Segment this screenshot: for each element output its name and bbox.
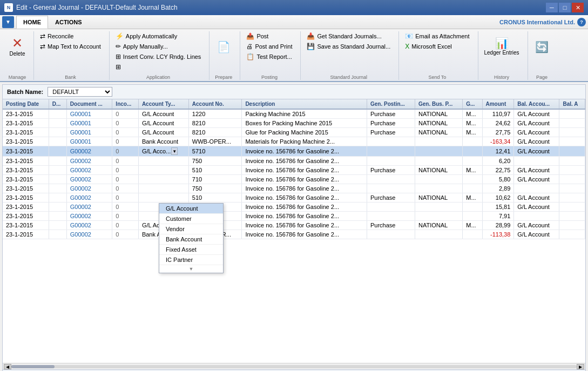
document-link[interactable]: G00001 xyxy=(70,129,91,136)
minimize-button[interactable]: ─ xyxy=(546,3,558,12)
get-std-journals-button[interactable]: 📥 Get Standard Journals... xyxy=(303,31,394,41)
table-cell[interactable]: 27,75 xyxy=(482,128,514,137)
help-icon[interactable]: ? xyxy=(577,18,586,26)
table-cell[interactable]: NATIONAL xyxy=(415,221,463,230)
document-link[interactable]: G00002 xyxy=(70,176,91,183)
delete-button[interactable]: ✕ Delete xyxy=(5,31,29,63)
document-link[interactable]: G00002 xyxy=(70,167,91,173)
table-cell[interactable]: M... xyxy=(463,128,482,137)
table-cell[interactable] xyxy=(49,157,66,166)
batch-select[interactable]: DEFAULT xyxy=(48,87,112,97)
table-cell[interactable]: 23-1-2015 xyxy=(3,119,49,128)
document-link[interactable]: G00002 xyxy=(70,148,91,154)
table-cell[interactable]: 23-1-2015 xyxy=(3,184,49,193)
table-cell[interactable]: G/L Account xyxy=(514,146,559,157)
table-cell[interactable] xyxy=(559,146,585,157)
col-posting-date[interactable]: Posting Date xyxy=(3,99,49,109)
table-cell[interactable]: 23-1-2015 xyxy=(3,193,49,203)
document-link[interactable]: G00002 xyxy=(70,158,91,164)
table-cell[interactable]: 22,75 xyxy=(482,166,514,175)
dropdown-item-fixed-asset[interactable]: Fixed Asset xyxy=(159,245,223,255)
table-cell[interactable]: G/L Acco... ▼ xyxy=(138,146,188,157)
table-cell[interactable] xyxy=(49,175,66,184)
table-cell[interactable]: G00002 xyxy=(66,146,112,157)
table-cell[interactable] xyxy=(415,184,463,193)
document-link[interactable]: G00001 xyxy=(70,120,91,126)
table-cell[interactable]: 5710 xyxy=(188,146,242,157)
prepare-button[interactable]: 📄 xyxy=(212,31,235,63)
table-cell[interactable] xyxy=(463,137,482,146)
table-cell[interactable]: 23-1-2015 xyxy=(3,146,49,157)
table-cell[interactable]: G/L Account xyxy=(514,230,559,239)
table-cell[interactable] xyxy=(463,146,482,157)
document-link[interactable]: G00002 xyxy=(70,222,91,228)
table-row[interactable]: 23-1-2015G000020510Invoice no. 156786 fo… xyxy=(3,193,585,203)
document-link[interactable]: G00001 xyxy=(70,138,91,145)
table-cell[interactable]: Packing Machine 2015 xyxy=(242,109,367,119)
table-cell[interactable]: M... xyxy=(463,221,482,230)
table-cell[interactable] xyxy=(559,184,585,193)
table-cell[interactable] xyxy=(49,230,66,239)
col-description[interactable]: Description xyxy=(242,99,367,109)
dropdown-item-bank-account[interactable]: Bank Account xyxy=(159,234,223,245)
scroll-thumb[interactable] xyxy=(11,365,55,368)
post-button[interactable]: 📤 Post xyxy=(242,31,296,41)
table-cell[interactable]: Purchase xyxy=(367,166,415,175)
table-cell[interactable]: G/L Account xyxy=(514,128,559,137)
table-cell[interactable]: Bank Account xyxy=(138,137,188,146)
table-cell[interactable]: 0 xyxy=(112,109,139,119)
table-cell[interactable] xyxy=(49,128,66,137)
table-cell[interactable]: 750 xyxy=(188,184,242,193)
col-inco[interactable]: Inco... xyxy=(112,99,139,109)
table-cell[interactable]: 0 xyxy=(112,184,139,193)
document-link[interactable]: G00002 xyxy=(70,185,91,192)
table-cell[interactable] xyxy=(415,157,463,166)
table-cell[interactable]: G/L Account xyxy=(514,193,559,203)
table-cell[interactable]: Invoice no. 156786 for Gasoline 2... xyxy=(242,193,367,203)
table-cell[interactable]: Invoice no. 156786 for Gasoline 2... xyxy=(242,166,367,175)
table-row[interactable]: 23-1-2015G000010G/L Account8210Glue for … xyxy=(3,128,585,137)
table-cell[interactable]: 0 xyxy=(112,146,139,157)
table-cell[interactable]: Purchase xyxy=(367,128,415,137)
table-cell[interactable] xyxy=(559,128,585,137)
table-cell[interactable]: G/L Account xyxy=(514,137,559,146)
table-row[interactable]: 23-1-2015G000020Bank AccountWWB-OPER...I… xyxy=(3,230,585,239)
table-cell[interactable] xyxy=(415,146,463,157)
col-account-type[interactable]: Account Ty... xyxy=(138,99,188,109)
table-cell[interactable] xyxy=(367,146,415,157)
col-amount[interactable]: Amount xyxy=(482,99,514,109)
horizontal-scrollbar[interactable]: ◀ ▶ xyxy=(3,363,585,369)
save-std-journal-button[interactable]: 💾 Save as Standard Journal... xyxy=(303,42,394,51)
scroll-left-button[interactable]: ◀ xyxy=(4,364,11,369)
table-cell[interactable]: Invoice no. 156786 for Gasoline 2... xyxy=(242,221,367,230)
table-cell[interactable]: Invoice no. 156786 for Gasoline 2... xyxy=(242,157,367,166)
document-link[interactable]: G00002 xyxy=(70,213,91,219)
table-cell[interactable] xyxy=(415,212,463,221)
table-row[interactable]: 23-1-2015G000010Bank AccountWWB-OPER...M… xyxy=(3,137,585,146)
table-cell[interactable] xyxy=(559,203,585,212)
document-link[interactable]: G00002 xyxy=(70,204,91,210)
table-cell[interactable]: 2,89 xyxy=(482,184,514,193)
table-cell[interactable]: Purchase xyxy=(367,221,415,230)
table-cell[interactable] xyxy=(559,166,585,175)
tab-actions[interactable]: ACTIONS xyxy=(48,16,89,29)
table-cell[interactable]: 23-1-2015 xyxy=(3,109,49,119)
document-link[interactable]: G00002 xyxy=(70,231,91,238)
table-row[interactable]: 23-1-2015G000020G/L Account8510Invoice n… xyxy=(3,221,585,230)
table-cell[interactable]: M... xyxy=(463,119,482,128)
table-cell[interactable]: Invoice no. 156786 for Gasoline 2... xyxy=(242,230,367,239)
table-cell[interactable] xyxy=(463,230,482,239)
table-cell[interactable]: -163,34 xyxy=(482,137,514,146)
restore-button[interactable]: □ xyxy=(559,3,571,12)
table-cell[interactable]: G00001 xyxy=(66,128,112,137)
table-cell[interactable] xyxy=(463,175,482,184)
table-cell[interactable]: G00001 xyxy=(66,137,112,146)
table-cell[interactable] xyxy=(49,212,66,221)
table-cell[interactable]: 23-1-2015 xyxy=(3,175,49,184)
table-cell[interactable]: 23-1-2015 xyxy=(3,212,49,221)
table-cell[interactable]: 12,41 xyxy=(482,146,514,157)
account-type-dropdown-btn[interactable]: ▼ xyxy=(171,147,178,155)
table-cell[interactable]: 15,81 xyxy=(482,203,514,212)
table-cell[interactable] xyxy=(559,212,585,221)
table-cell[interactable]: 0 xyxy=(112,157,139,166)
